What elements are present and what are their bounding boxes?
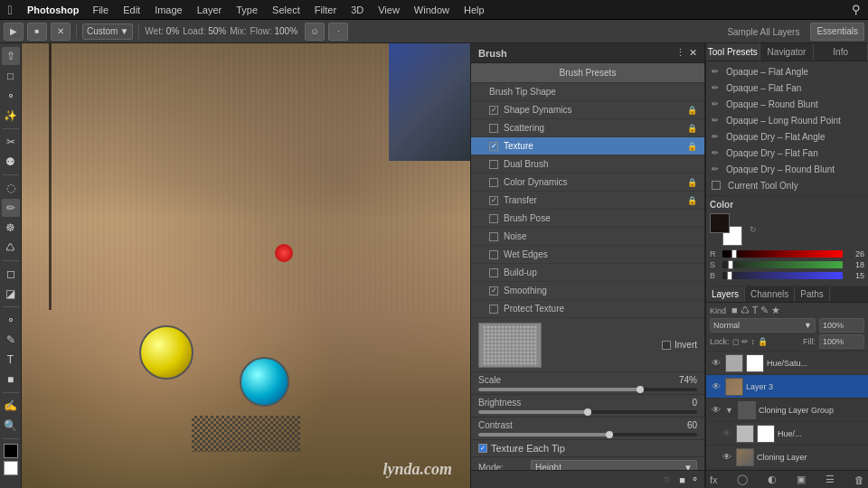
airbrush-btn[interactable]: ☺ (305, 23, 325, 41)
tool-magic-wand[interactable]: ✨ (2, 107, 20, 125)
tool-move[interactable]: ⇧ (2, 47, 20, 65)
tool-gradient[interactable]: ◪ (2, 285, 20, 303)
checkbox-smoothing[interactable]: ✓ (489, 286, 498, 296)
invert-checkbox[interactable] (662, 341, 671, 350)
lock-position[interactable]: ↕ (751, 337, 756, 346)
menu-layer[interactable]: Layer (191, 3, 229, 17)
layer-adjustment-icon[interactable]: ◐ (768, 474, 777, 485)
layers-tab-paths[interactable]: Paths (795, 286, 830, 302)
layer-item-3[interactable]: 👁 Hue/... (706, 422, 868, 446)
layer-eye-0[interactable]: 👁 (710, 357, 722, 370)
brush-item-5[interactable]: ✓ Transfer 🔒 (471, 192, 704, 210)
checkbox-brush-pose[interactable] (489, 214, 498, 223)
checkbox-protect-texture[interactable] (489, 305, 498, 314)
brush-presets-btn[interactable]: Brush Presets (471, 63, 704, 83)
kind-icon-5[interactable]: ★ (771, 305, 780, 316)
texture-each-tip-checkbox[interactable]: ✓ (478, 444, 487, 453)
preset-4[interactable]: ✏ Opaque Dry – Flat Angle (706, 128, 868, 145)
tool-dodge[interactable]: ⚬ (2, 311, 20, 329)
layer-eye-2[interactable]: 👁 (710, 404, 722, 417)
brightness-slider[interactable] (478, 410, 697, 414)
brush-item-6[interactable]: Brush Pose (471, 210, 704, 228)
preset-5[interactable]: ✏ Opaque Dry – Flat Fan (706, 145, 868, 161)
tool-history-brush[interactable]: ♺ (2, 239, 20, 257)
tool-healing[interactable]: ◌ (2, 179, 20, 197)
layer-item-1[interactable]: 👁 Layer 3 (706, 375, 868, 399)
lock-image[interactable]: ✏ (741, 337, 749, 346)
fg-color-swatch[interactable] (4, 444, 18, 458)
scale-slider[interactable] (478, 388, 697, 391)
layer-mask-icon[interactable]: ◯ (737, 474, 748, 485)
tool-clone[interactable]: ☸ (2, 219, 20, 237)
preset-3[interactable]: ✏ Opaque – Long Round Point (706, 112, 868, 128)
tool-shape[interactable]: ■ (2, 371, 20, 389)
tool-eyedropper[interactable]: ⚉ (2, 153, 20, 171)
menu-view[interactable]: View (372, 3, 406, 17)
essentials-btn[interactable]: Essentials (810, 23, 864, 41)
g-track[interactable] (722, 261, 843, 268)
checkbox-noise[interactable] (489, 232, 498, 241)
checkbox-dual-brush[interactable] (489, 160, 498, 169)
tab-tool-presets[interactable]: Tool Presets (706, 43, 760, 61)
kind-icon-4[interactable]: ✎ (760, 305, 769, 316)
brush-item-8[interactable]: Wet Edges (471, 246, 704, 264)
blend-mode-dropdown[interactable]: Normal ▼ (710, 318, 816, 333)
contrast-slider[interactable] (478, 433, 697, 436)
kind-icon-3[interactable]: T (752, 305, 759, 316)
brightness-thumb[interactable] (584, 408, 591, 416)
checkbox-scattering[interactable] (489, 124, 498, 133)
tool-brush[interactable]: ✏ (2, 199, 20, 217)
canvas-area[interactable]: lynda.com (22, 43, 470, 488)
layer-group-icon[interactable]: ▣ (797, 474, 806, 485)
b-track[interactable] (722, 272, 843, 279)
preset-1[interactable]: ✏ Opaque – Flat Fan (706, 80, 868, 96)
tool-lasso[interactable]: ⚬ (2, 87, 20, 105)
brush-panel-pin[interactable]: ⋮ (675, 47, 685, 59)
brush-panel-icon-3[interactable]: ⚬ (691, 474, 699, 485)
fg-color[interactable] (710, 213, 730, 233)
brush-item-0[interactable]: ✓ Shape Dynamics 🔒 (471, 101, 704, 119)
menu-type[interactable]: Type (230, 3, 264, 17)
contrast-thumb[interactable] (606, 431, 613, 438)
layer-item-4[interactable]: 👁 Cloning Layer (706, 446, 868, 469)
current-tool-checkbox[interactable] (712, 181, 721, 190)
tool-select-btn[interactable]: ▶ (4, 23, 24, 41)
brush-item-3[interactable]: Dual Brush (471, 155, 704, 174)
layers-tab-layers[interactable]: Layers (706, 286, 745, 302)
brush-item-4[interactable]: Color Dynamics 🔒 (471, 174, 704, 192)
menu-filter[interactable]: Filter (308, 3, 343, 17)
checkbox-shape-dynamics[interactable]: ✓ (489, 106, 498, 115)
checkbox-transfer[interactable]: ✓ (489, 196, 498, 205)
lock-all[interactable]: 🔒 (758, 337, 768, 346)
preset-6[interactable]: ✏ Opaque Dry – Round Blunt (706, 161, 868, 177)
brush-item-11[interactable]: Protect Texture (471, 300, 704, 318)
search-icon[interactable]: ⚲ (852, 3, 861, 16)
brush-item-7[interactable]: Noise (471, 228, 704, 246)
opacity-input[interactable]: 100% (819, 318, 864, 333)
tool-pen[interactable]: ✎ (2, 331, 20, 349)
checkbox-buildup[interactable] (489, 268, 498, 277)
kind-icon-1[interactable]: ■ (731, 305, 738, 316)
preset-0[interactable]: ✏ Opaque – Flat Angle (706, 63, 868, 80)
brush-item-2[interactable]: ✓ Texture 🔒 (471, 137, 704, 155)
menu-file[interactable]: File (86, 3, 115, 17)
brush-panel-icon-2[interactable]: ■ (679, 474, 685, 485)
layer-eye-4[interactable]: 👁 (721, 451, 733, 464)
checkbox-wet-edges[interactable] (489, 250, 498, 259)
tool-type[interactable]: T (2, 351, 20, 369)
layers-tab-channels[interactable]: Channels (745, 286, 795, 302)
cancel-btn[interactable]: ✕ (51, 23, 71, 41)
tool-hand[interactable]: ✍ (2, 397, 20, 415)
brush-tip-shape-item[interactable]: Brush Tip Shape (471, 83, 704, 101)
layer-item-2[interactable]: 👁 ▼ Cloning Layer Group (706, 399, 868, 422)
brush-panel-icon-1[interactable]: ◾ (661, 474, 674, 485)
layer-eye-1[interactable]: 👁 (710, 380, 722, 393)
tab-navigator[interactable]: Navigator (760, 43, 815, 61)
tool-zoom[interactable]: 🔍 (2, 417, 20, 435)
tab-info[interactable]: Info (814, 43, 868, 61)
brush-item-10[interactable]: ✓ Smoothing (471, 282, 704, 300)
layer-add-icon[interactable]: ☰ (826, 474, 835, 485)
layer-eye-3[interactable]: 👁 (721, 427, 733, 440)
lock-transparent[interactable]: ◻ (732, 337, 739, 346)
layer-fx-icon[interactable]: fx (710, 474, 718, 485)
